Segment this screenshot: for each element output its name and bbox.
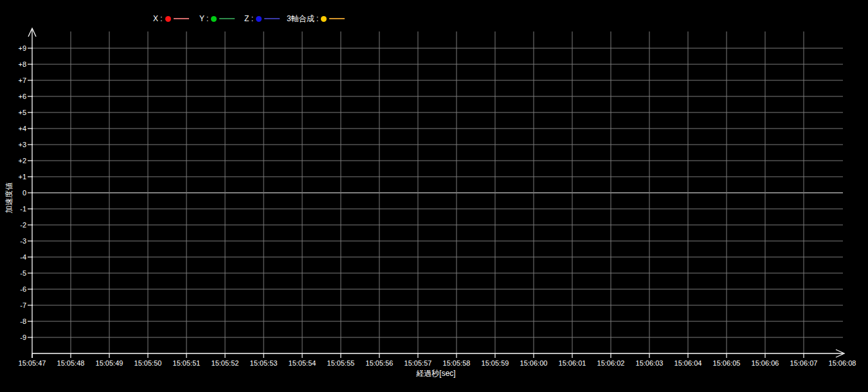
y-tick-label: +7 xyxy=(0,76,26,84)
x-tick-label: 15:05:59 xyxy=(475,359,515,367)
legend-label-x: X : xyxy=(153,14,163,23)
y-tick-label: +2 xyxy=(0,157,26,165)
x-axis-title: 経過秒[sec] xyxy=(416,368,455,379)
legend-line-y-icon xyxy=(219,18,235,19)
x-tick-label: 15:05:52 xyxy=(205,359,245,367)
y-tick-label: -5 xyxy=(0,269,26,277)
y-tick-label: +4 xyxy=(0,125,26,132)
x-tick-label: 15:05:57 xyxy=(398,359,438,367)
accelerometer-chart: +9+8+7+6+5+4+3+2+10-1-2-3-4-5-6-7-8-915:… xyxy=(0,0,868,392)
legend-item-y: Y : xyxy=(199,14,235,23)
x-tick-label: 15:05:54 xyxy=(282,359,322,367)
legend-label-y: Y : xyxy=(199,14,208,23)
y-tick-label: -3 xyxy=(0,237,26,245)
y-axis-title: 加速度値 xyxy=(4,183,15,213)
x-tick-label: 15:06:05 xyxy=(707,359,746,367)
y-tick-label: -2 xyxy=(0,221,26,229)
x-tick-label: 15:05:51 xyxy=(167,359,206,367)
legend-item-composite: 3軸合成 : xyxy=(287,14,345,23)
y-tick-label: -9 xyxy=(0,334,26,341)
x-tick-label: 15:05:58 xyxy=(437,359,476,367)
y-tick-label: +6 xyxy=(0,93,26,100)
y-tick-label: +3 xyxy=(0,141,26,148)
legend-line-x-icon xyxy=(174,18,189,19)
x-tick-label: 15:06:07 xyxy=(784,359,824,367)
legend-dot-x-icon xyxy=(165,16,171,22)
legend-label-z: Z : xyxy=(244,14,253,23)
x-tick-label: 15:05:56 xyxy=(359,359,399,367)
x-tick-label: 15:05:55 xyxy=(321,359,361,367)
legend-label-composite: 3軸合成 : xyxy=(287,14,318,23)
y-tick-label: -4 xyxy=(0,253,26,261)
y-tick-label: -7 xyxy=(0,301,26,309)
y-tick-label: +9 xyxy=(0,44,26,52)
y-tick-label: -8 xyxy=(0,317,26,325)
x-tick-label: 15:05:50 xyxy=(128,359,168,367)
x-tick-label: 15:06:00 xyxy=(514,359,554,367)
legend-item-x: X : xyxy=(153,14,189,23)
legend-item-z: Z : xyxy=(244,14,280,23)
chart-canvas xyxy=(0,0,868,392)
legend-dot-y-icon xyxy=(211,16,217,22)
legend-line-composite-icon xyxy=(329,18,345,19)
x-tick-label: 15:06:03 xyxy=(629,359,669,367)
y-tick-label: +5 xyxy=(0,109,26,116)
y-tick-label: -6 xyxy=(0,285,26,293)
legend-dot-composite-icon xyxy=(321,16,327,22)
legend-dot-z-icon xyxy=(256,16,262,22)
x-tick-label: 15:06:02 xyxy=(591,359,631,367)
x-tick-label: 15:06:01 xyxy=(552,359,592,367)
x-tick-label: 15:06:04 xyxy=(668,359,708,367)
x-tick-label: 15:05:47 xyxy=(12,359,52,367)
x-tick-label: 15:06:08 xyxy=(822,359,862,367)
y-tick-label: +8 xyxy=(0,60,26,68)
x-tick-label: 15:05:53 xyxy=(244,359,284,367)
y-tick-label: +1 xyxy=(0,173,26,181)
legend-line-z-icon xyxy=(264,18,280,19)
x-tick-label: 15:06:06 xyxy=(745,359,785,367)
x-tick-label: 15:05:49 xyxy=(89,359,129,367)
x-tick-label: 15:05:48 xyxy=(51,359,91,367)
